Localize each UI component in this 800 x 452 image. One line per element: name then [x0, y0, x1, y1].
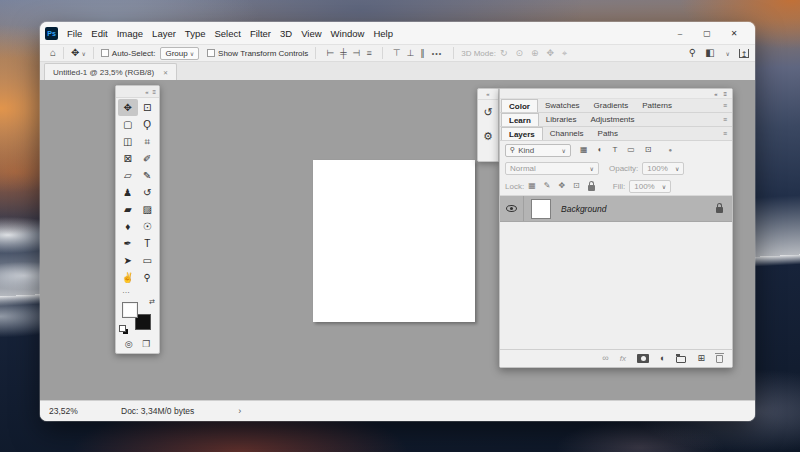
canvas-document[interactable] — [313, 160, 475, 322]
object-selection-tool[interactable]: ◫ — [118, 133, 138, 150]
tools-menu-icon[interactable]: ≡ — [152, 89, 156, 95]
edit-toolbar-icon[interactable]: … — [116, 287, 159, 297]
pixel-layer-filter-icon[interactable]: ▦ — [580, 146, 588, 154]
shape-tool[interactable]: ▭ — [138, 252, 158, 269]
menu-layer[interactable]: Layer — [152, 28, 176, 39]
tab-adjustments[interactable]: Adjustments — [583, 113, 641, 126]
tab-patterns[interactable]: Patterns — [635, 99, 679, 112]
delete-layer-icon[interactable] — [716, 355, 723, 363]
menu-window[interactable]: Window — [331, 28, 365, 39]
lock-paint-icon[interactable]: ✎ — [544, 182, 551, 190]
menu-3d[interactable]: 3D — [280, 28, 292, 39]
layer-filter-dropdown[interactable]: ⚲ Kind ∨ — [505, 144, 571, 157]
properties-panel-icon[interactable]: ⚙ — [478, 124, 498, 148]
adjustment-layer-filter-icon[interactable]: ◐ — [598, 146, 603, 154]
quick-mask-icon[interactable]: ◎ — [125, 339, 133, 349]
workspace-chevron-icon[interactable]: ∨ — [726, 50, 730, 57]
tab-channels[interactable]: Channels — [543, 127, 591, 140]
workspace-icon[interactable]: ◧ — [705, 48, 714, 58]
tab-paths[interactable]: Paths — [591, 127, 625, 140]
link-layers-icon[interactable]: ∞ — [602, 354, 608, 363]
blur-tool[interactable]: ♦ — [118, 218, 138, 235]
new-layer-icon[interactable]: ⊞ — [697, 354, 705, 363]
menu-view[interactable]: View — [301, 28, 321, 39]
eraser-tool[interactable]: ▰ — [118, 201, 138, 218]
layer-thumbnail[interactable] — [531, 199, 551, 219]
dock-menu-icon[interactable]: ≡ — [723, 91, 727, 97]
maximize-button[interactable]: ▢ — [702, 29, 712, 38]
filter-toggle-icon[interactable]: ● — [669, 147, 673, 153]
move-tool[interactable]: ✥ — [118, 99, 138, 116]
eyedropper-tool[interactable]: ✐ — [138, 150, 158, 167]
shape-layer-filter-icon[interactable]: ▭ — [627, 146, 635, 154]
lock-all-icon[interactable] — [588, 185, 595, 191]
panel-menu-icon[interactable]: ≡ — [723, 99, 732, 112]
brush-tool[interactable]: ✎ — [138, 167, 158, 184]
menu-select[interactable]: Select — [214, 28, 240, 39]
marquee-tool[interactable]: ▢ — [118, 116, 138, 133]
type-layer-filter-icon[interactable]: T — [612, 146, 617, 154]
menu-edit[interactable]: Edit — [91, 28, 107, 39]
gradient-tool[interactable]: ▨ — [138, 201, 158, 218]
auto-select-target-dropdown[interactable]: Group ∨ — [160, 47, 199, 60]
status-chevron-icon[interactable]: › — [238, 406, 241, 416]
clone-stamp-tool[interactable]: ♟ — [118, 184, 138, 201]
zoom-level-field[interactable]: 23,52% — [49, 406, 121, 416]
zoom-tool[interactable]: ⚲ — [138, 269, 158, 286]
tool-preset-chevron-icon[interactable]: ∨ — [81, 50, 85, 57]
visibility-toggle[interactable] — [500, 196, 524, 221]
tab-layers[interactable]: Layers — [501, 127, 543, 140]
close-button[interactable]: ✕ — [729, 29, 739, 38]
document-tab-close-icon[interactable]: ✕ — [163, 69, 168, 76]
minimize-button[interactable]: – — [675, 29, 685, 38]
align-center-icon[interactable]: ╪ — [340, 49, 346, 58]
lock-transparency-icon[interactable]: ▦ — [528, 182, 536, 190]
distribute-vertical-icon[interactable]: ∥ — [420, 49, 425, 58]
panel-menu-icon[interactable]: ≡ — [723, 113, 732, 126]
layer-style-icon[interactable]: fx — [620, 355, 626, 363]
default-colors-icon[interactable] — [119, 325, 128, 334]
history-panel-icon[interactable]: ↺ — [478, 100, 498, 124]
smart-object-filter-icon[interactable]: ⊡ — [645, 146, 652, 154]
pen-tool[interactable]: ✒ — [118, 235, 138, 252]
blend-mode-dropdown[interactable]: Normal ∨ — [505, 162, 599, 175]
distribute-centers-icon[interactable]: ≡ — [366, 49, 371, 58]
align-bottom-icon[interactable]: ⊥ — [407, 49, 415, 58]
menu-image[interactable]: Image — [117, 28, 143, 39]
crop-tool[interactable]: ⌗ — [138, 133, 158, 150]
show-transform-checkbox[interactable] — [207, 49, 215, 57]
dock-collapse-icon[interactable]: « — [714, 91, 717, 97]
new-group-icon[interactable] — [676, 356, 686, 363]
menu-help[interactable]: Help — [373, 28, 393, 39]
share-icon[interactable]: ↥ — [739, 49, 749, 58]
lock-artboard-icon[interactable]: ⊡ — [573, 182, 580, 190]
align-right-icon[interactable]: ⊣ — [353, 49, 361, 58]
menu-file[interactable]: File — [67, 28, 82, 39]
path-selection-tool[interactable]: ➤ — [118, 252, 138, 269]
opacity-dropdown[interactable]: 100% ∨ — [642, 162, 684, 175]
tab-swatches[interactable]: Swatches — [538, 99, 587, 112]
align-left-icon[interactable]: ⊢ — [326, 49, 334, 58]
more-options-icon[interactable]: ••• — [432, 50, 442, 57]
tab-libraries[interactable]: Libraries — [539, 113, 584, 126]
frame-tool[interactable]: ⊠ — [118, 150, 138, 167]
adjustment-layer-icon[interactable]: ◐ — [660, 354, 665, 363]
align-top-icon[interactable]: ⊤ — [393, 49, 401, 58]
search-icon[interactable]: ⚲ — [689, 48, 696, 58]
home-icon[interactable]: ⌂ — [50, 48, 56, 58]
menu-filter[interactable]: Filter — [250, 28, 271, 39]
strip-collapse-icon[interactable]: « — [478, 89, 498, 100]
layer-row-background[interactable]: Background — [500, 196, 732, 222]
history-brush-tool[interactable]: ↺ — [138, 184, 158, 201]
tools-collapse-icon[interactable]: « — [145, 89, 148, 95]
screen-mode-icon[interactable]: ❐ — [142, 339, 150, 349]
auto-select-checkbox[interactable] — [101, 49, 109, 57]
document-tab[interactable]: Untitled-1 @ 23,5% (RGB/8) ✕ — [44, 63, 177, 80]
menu-type[interactable]: Type — [185, 28, 206, 39]
hand-tool[interactable]: ✌ — [118, 269, 138, 286]
lasso-tool[interactable]: Ϙ — [138, 116, 158, 133]
artboard-tool[interactable]: ⊡ — [138, 99, 158, 116]
tab-color[interactable]: Color — [501, 99, 538, 112]
healing-brush-tool[interactable]: ▱ — [118, 167, 138, 184]
fill-dropdown[interactable]: 100% ∨ — [629, 180, 671, 193]
